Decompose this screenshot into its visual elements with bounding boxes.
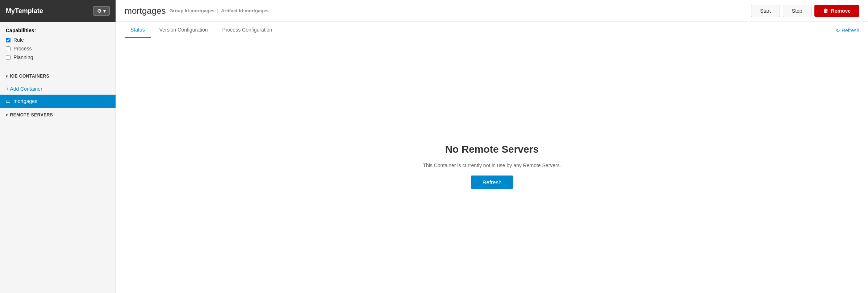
content-body: No Remote Servers This Container is curr…	[116, 39, 868, 293]
stop-button[interactable]: Stop	[783, 5, 811, 17]
mortgages-container-item[interactable]: ▭ mortgages	[0, 95, 116, 108]
tab-process-configuration[interactable]: Process Configuration	[217, 22, 278, 38]
capability-planning: Planning	[6, 54, 110, 60]
trash-icon: 🗑	[823, 8, 828, 14]
kie-containers-section: ▾ KIE CONTAINERS + Add Container ▭ mortg…	[0, 69, 116, 108]
planning-label: Planning	[13, 54, 33, 60]
gear-dropdown-icon: ▾	[103, 8, 106, 14]
capability-rule: Rule	[6, 37, 110, 43]
container-item-label: mortgages	[13, 98, 37, 104]
refresh-main-button[interactable]: Refresh	[471, 176, 513, 189]
remote-servers-label: REMOTE SERVERS	[10, 112, 53, 117]
remote-servers-chevron-icon: ▾	[6, 113, 8, 117]
add-container-button[interactable]: + Add Container	[0, 83, 116, 95]
kie-containers-header[interactable]: ▾ KIE CONTAINERS	[0, 69, 116, 83]
no-remote-servers-title: No Remote Servers	[445, 144, 539, 155]
process-label: Process	[13, 46, 32, 51]
header-actions: Start Stop 🗑 Remove	[751, 5, 859, 17]
folder-icon: ▭	[6, 98, 11, 104]
artifact-id-label: Artifact Id:	[221, 8, 245, 13]
artifact-meta: Group Id:mortgages | Artifact Id:mortgag…	[169, 8, 751, 13]
tab-status[interactable]: Status	[125, 22, 151, 38]
planning-checkbox[interactable]	[6, 55, 11, 60]
remote-servers-section: ▾ REMOTE SERVERS	[0, 108, 116, 122]
content-header: mortgages Group Id:mortgages | Artifact …	[116, 0, 868, 22]
refresh-icon: ↻	[836, 28, 840, 33]
capabilities-section: Capabilities: Rule Process Planning	[0, 22, 116, 69]
no-remote-servers-subtitle: This Container is currently not in use b…	[423, 162, 561, 168]
kie-containers-label: KIE CONTAINERS	[10, 74, 50, 79]
app-header: MyTemplate ⚙ ▾	[0, 0, 116, 22]
artifact-id-value: mortgages	[245, 8, 268, 13]
artifact-name: mortgages	[125, 6, 166, 16]
tabs-refresh-label: Refresh	[842, 28, 859, 33]
group-id-value: mortgages	[191, 8, 214, 13]
kie-containers-chevron-icon: ▾	[6, 74, 8, 78]
start-button[interactable]: Start	[751, 5, 780, 17]
tab-version-configuration[interactable]: Version Configuration	[154, 22, 214, 38]
tabs-bar: Status Version Configuration Process Con…	[116, 22, 868, 39]
remote-servers-header[interactable]: ▾ REMOTE SERVERS	[0, 108, 116, 122]
group-id-label: Group Id:	[169, 8, 191, 13]
rule-checkbox[interactable]	[6, 38, 11, 42]
remove-button[interactable]: 🗑 Remove	[814, 5, 859, 17]
gear-button[interactable]: ⚙ ▾	[93, 6, 110, 16]
remove-button-label: Remove	[831, 8, 851, 14]
process-checkbox[interactable]	[6, 46, 11, 51]
app-title: MyTemplate	[6, 7, 93, 15]
capabilities-label: Capabilities:	[6, 28, 110, 33]
capability-process: Process	[6, 46, 110, 51]
gear-icon: ⚙	[97, 8, 102, 14]
tabs-refresh-button[interactable]: ↻ Refresh	[836, 28, 859, 33]
main-content: mortgages Group Id:mortgages | Artifact …	[116, 0, 868, 293]
rule-label: Rule	[13, 37, 24, 43]
sidebar: MyTemplate ⚙ ▾ Capabilities: Rule Proces…	[0, 0, 116, 293]
